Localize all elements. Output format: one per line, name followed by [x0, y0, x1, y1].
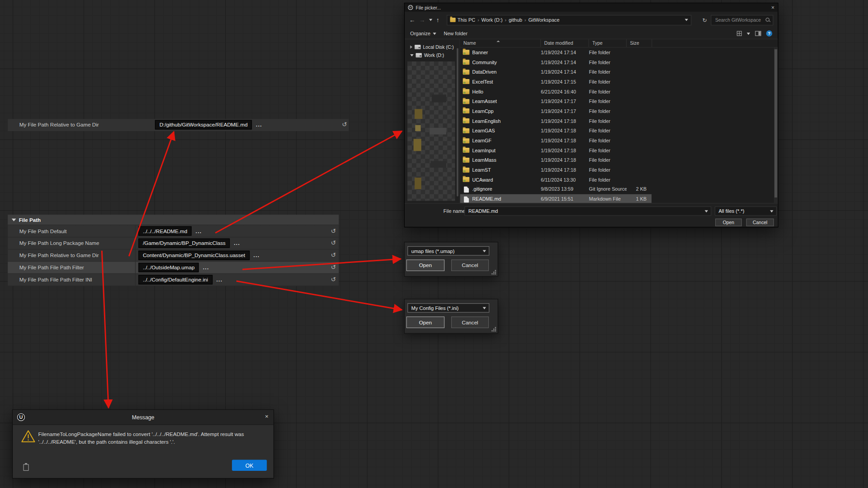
browse-ellipsis-button[interactable]: ...: [203, 264, 209, 270]
browse-ellipsis-button[interactable]: ...: [254, 252, 260, 258]
preview-pane-icon[interactable]: [755, 31, 761, 36]
open-button[interactable]: Open: [406, 259, 444, 271]
path-text-field[interactable]: ../../Config/DefaultEngine.ini: [138, 275, 212, 285]
chevron-right-icon: [410, 45, 412, 48]
location-folder-icon: [450, 18, 455, 22]
reset-to-default-button[interactable]: ↺: [331, 252, 336, 258]
file-row[interactable]: Banner1/19/2024 17:14File folder: [460, 47, 652, 57]
view-mode-chevron-icon[interactable]: [747, 33, 750, 35]
file-picker-window: U File picker... × ← → ↑ This PC › Work …: [404, 3, 778, 227]
command-bar: Organize New folder ?: [405, 28, 778, 39]
file-name-combobox[interactable]: README.md: [464, 206, 711, 216]
organize-menu[interactable]: Organize: [410, 31, 436, 36]
folder-icon: [463, 60, 470, 65]
path-text-field[interactable]: /Game/Dynamic/BP_DynamicClass: [138, 239, 230, 248]
scrollbar-thumb[interactable]: [774, 49, 777, 197]
help-icon[interactable]: ?: [766, 30, 772, 36]
column-header-name[interactable]: Name: [460, 39, 541, 47]
file-row[interactable]: LearnAsset1/19/2024 17:17File folder: [460, 97, 652, 107]
refresh-icon[interactable]: ↻: [702, 17, 707, 23]
file-row[interactable]: Hello6/21/2024 16:40File folder: [460, 87, 652, 97]
titlebar[interactable]: U Message ×: [13, 410, 274, 425]
sidebar-item-label: Work (D:): [424, 52, 444, 58]
folder-icon: [463, 50, 470, 55]
path-text-field[interactable]: ../../../README.md: [138, 226, 192, 236]
reset-to-default-button[interactable]: ↺: [331, 277, 336, 282]
column-header-size[interactable]: Size: [627, 39, 652, 47]
file-row[interactable]: LearnEnglish1/19/2024 17:18File folder: [460, 116, 652, 126]
breadcrumb-item[interactable]: Work (D:): [481, 17, 503, 23]
reset-to-default-button[interactable]: ↺: [342, 122, 347, 127]
list-scrollbar[interactable]: [774, 47, 778, 203]
open-button[interactable]: Open: [715, 219, 742, 226]
search-input[interactable]: [714, 17, 764, 23]
property-row-relative-game-dir: My File Path Relative to Game Dir D:/git…: [8, 119, 349, 131]
cancel-button[interactable]: Cancel: [451, 316, 489, 328]
file-row[interactable]: Community1/19/2024 17:14File folder: [460, 57, 652, 67]
reset-to-default-button[interactable]: ↺: [331, 264, 336, 270]
resize-grip[interactable]: [491, 327, 496, 332]
sidebar-item-local-disk-c[interactable]: Local Disk (C:): [405, 42, 459, 51]
file-row-selected[interactable]: README.md6/9/2021 15:51Markdown File1 KB: [460, 194, 652, 203]
ok-button[interactable]: OK: [232, 460, 267, 471]
search-box[interactable]: [711, 14, 773, 25]
back-icon[interactable]: ←: [409, 17, 415, 23]
file-row[interactable]: LearnMass1/19/2024 17:18File folder: [460, 155, 652, 165]
file-row[interactable]: LearnST1/19/2024 17:18File folder: [460, 165, 652, 175]
file-filter-dropdown[interactable]: umap files (*.umap): [407, 246, 489, 256]
file-type-combobox[interactable]: All files (*.*): [715, 206, 777, 216]
folder-icon: [463, 158, 470, 163]
copy-to-clipboard-icon[interactable]: [23, 464, 28, 471]
section-header-file-path[interactable]: File Path: [8, 215, 339, 225]
folder-icon: [463, 80, 470, 84]
path-text-field[interactable]: Content/Dynamic/BP_DynamicClass.uasset: [138, 251, 250, 260]
file-row[interactable]: .gitignore9/8/2023 13:59Git Ignore Sourc…: [460, 185, 652, 195]
blurred-region: [407, 61, 455, 201]
file-row[interactable]: LearnInput1/19/2024 17:18File folder: [460, 145, 652, 155]
address-bar[interactable]: This PC › Work (D:) › github › GitWorksp…: [447, 14, 691, 25]
cancel-button[interactable]: Cancel: [451, 259, 489, 271]
property-row-long-package-name: My File Path Long Package Name /Game/Dyn…: [8, 237, 339, 249]
path-text-field[interactable]: ../../OutsideMap.umap: [138, 263, 199, 272]
cancel-button[interactable]: Cancel: [746, 219, 774, 226]
column-header-date-modified[interactable]: Date modified: [541, 39, 589, 47]
browse-ellipsis-button[interactable]: ...: [216, 277, 222, 282]
file-row[interactable]: LearnGF1/19/2024 17:18File folder: [460, 136, 652, 145]
file-row[interactable]: LearnCpp1/19/2024 17:17File folder: [460, 106, 652, 116]
view-mode-icon[interactable]: [737, 31, 742, 36]
address-dropdown-chevron-icon[interactable]: [684, 19, 688, 21]
new-folder-button[interactable]: New folder: [443, 31, 467, 36]
resize-grip[interactable]: [491, 270, 496, 275]
breadcrumb-item[interactable]: GitWorkspace: [528, 17, 560, 23]
breadcrumb-item[interactable]: This PC: [458, 17, 475, 23]
sidebar-scrollbar[interactable]: [457, 48, 458, 197]
close-icon[interactable]: ×: [771, 5, 774, 10]
file-row[interactable]: LearnGAS1/19/2024 17:18File folder: [460, 126, 652, 136]
chevron-down-icon: [483, 307, 486, 309]
property-row-relative-to-game-dir: My File Path Relative to Game Dir Conten…: [8, 249, 339, 262]
file-filter-dropdown[interactable]: My Config Files (*.ini): [407, 303, 489, 313]
forward-icon[interactable]: →: [419, 17, 425, 23]
breadcrumb-item[interactable]: github: [509, 17, 522, 23]
property-row-default: My File Path Default ../../../README.md.…: [8, 225, 339, 237]
breadcrumb-separator: ›: [505, 17, 507, 23]
browse-ellipsis-button[interactable]: ...: [256, 122, 262, 127]
browse-ellipsis-button[interactable]: ...: [196, 228, 202, 234]
close-icon[interactable]: ×: [265, 413, 269, 419]
file-row[interactable]: UCAward6/11/2024 13:30File folder: [460, 175, 652, 185]
search-icon: [765, 18, 770, 22]
reset-to-default-button[interactable]: ↺: [331, 240, 336, 246]
up-icon[interactable]: ↑: [436, 17, 439, 23]
folder-icon: [463, 128, 470, 133]
open-button[interactable]: Open: [406, 316, 444, 328]
browse-ellipsis-button[interactable]: ...: [234, 240, 240, 246]
file-row[interactable]: ExcelTest1/19/2024 17:15File folder: [460, 77, 652, 87]
sidebar-item-work-d[interactable]: Work (D:): [405, 51, 459, 59]
titlebar[interactable]: U File picker... ×: [405, 3, 778, 11]
file-row[interactable]: DataDriven1/19/2024 17:14File folder: [460, 67, 652, 77]
column-header-type[interactable]: Type: [589, 39, 627, 47]
path-text-field[interactable]: D:/github/GitWorkspace/README.md: [155, 120, 252, 130]
breadcrumb-separator: ›: [524, 17, 526, 23]
reset-to-default-button[interactable]: ↺: [331, 228, 336, 234]
recent-locations-chevron-icon[interactable]: [429, 19, 432, 21]
